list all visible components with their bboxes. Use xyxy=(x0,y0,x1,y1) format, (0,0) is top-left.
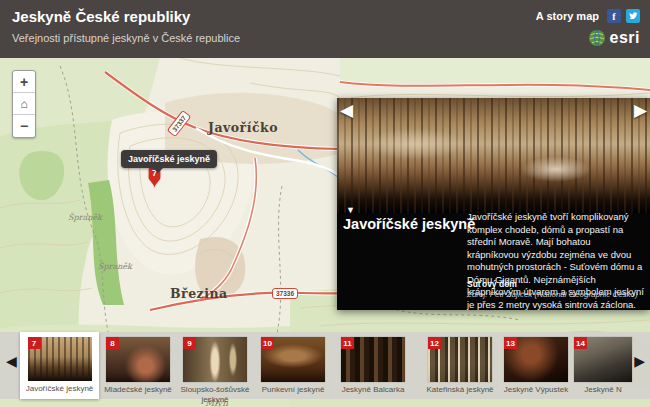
thumbnail-caption: Kateřinská jeskyně xyxy=(417,385,503,395)
thumbnail-number-badge: 9 xyxy=(183,337,196,349)
thumbnail-number-badge: 8 xyxy=(106,337,119,349)
share-row: A story map f xyxy=(536,9,640,23)
thumbnail-photo: 12 xyxy=(428,337,492,382)
thumbnail-number-badge: 7 xyxy=(28,337,41,349)
home-button[interactable]: ⌂ xyxy=(13,93,35,115)
carousel-item-katerinska[interactable]: 12 Kateřinská jeskyně xyxy=(428,337,492,395)
thumbnail-caption: Jeskyně Výpustek xyxy=(493,385,579,395)
thumbnail-photo: 9 xyxy=(183,337,247,382)
map-label-spranek-1: Špraněk xyxy=(68,213,102,222)
thumbnail-caption: Sloupsko-šošůvské jeskyně xyxy=(172,385,258,405)
facebook-icon[interactable]: f xyxy=(607,9,621,23)
thumbnail-number-badge: 14 xyxy=(574,337,587,349)
popup-title: Javoříčské jeskyně xyxy=(343,216,475,232)
twitter-icon[interactable] xyxy=(626,9,640,23)
thumbnail-caption: Punkevní jeskyně xyxy=(250,385,336,395)
cave-photo: ◀ ▶ ▼ xyxy=(337,98,650,213)
carousel-next-icon[interactable]: ▶ xyxy=(634,353,645,369)
esri-wordmark: esri xyxy=(610,29,640,47)
thumbnail-photo: 11 xyxy=(341,337,405,382)
photo-caption: Suťový dóm xyxy=(467,279,517,289)
road-shield-37336: 37336 xyxy=(272,288,298,299)
carousel-item-vypustek[interactable]: 13 Jeskyně Výpustek xyxy=(504,337,568,395)
carousel-item-punkevni[interactable]: 10 Punkevní jeskyně xyxy=(261,337,325,395)
carousel-prev-icon[interactable]: ◀ xyxy=(6,353,17,369)
thumbnail-number-badge: 12 xyxy=(428,337,441,349)
esri-logo[interactable]: esri xyxy=(588,29,640,47)
carousel-item-14[interactable]: 14 Jeskyně N xyxy=(574,337,632,395)
thumbnail-photo: 7 xyxy=(28,337,92,381)
thumbnail-caption: Mladečské jeskyně xyxy=(95,385,181,395)
map-label-javoricko: Javoříčko xyxy=(208,120,278,135)
thumbnail-photo: 10 xyxy=(261,337,325,382)
page-subtitle: Veřejnosti přístupné jeskyně v České rep… xyxy=(12,32,240,44)
cave-detail-popup: ◀ ▶ ▼ Javoříčské jeskyně Javoříčské jesk… xyxy=(337,98,650,310)
photo-next-icon[interactable]: ▶ xyxy=(634,100,647,121)
thumbnail-photo: 14 xyxy=(574,337,632,382)
story-map-label: A story map xyxy=(536,10,599,22)
zoom-in-button[interactable]: + xyxy=(13,71,35,93)
esri-globe-icon xyxy=(588,29,606,47)
marker-tooltip: Javoříčské jeskyně xyxy=(121,150,217,168)
thumbnail-number-badge: 10 xyxy=(261,337,274,349)
carousel-item-javoricske-selected[interactable]: 7 Javoříčské jeskyně xyxy=(20,332,99,399)
twitter-bird-icon xyxy=(628,11,638,21)
photo-prev-icon[interactable]: ◀ xyxy=(340,100,353,121)
map-zoom-control: + ⌂ − xyxy=(12,70,36,138)
thumbnail-caption: Javoříčské jeskyně xyxy=(20,384,99,393)
popup-collapse-icon[interactable]: ▼ xyxy=(346,205,355,215)
carousel-item-mladecske[interactable]: 8 Mladečské jeskyně xyxy=(106,337,170,395)
thumbnail-caption: Jeskyně Balcarka xyxy=(330,385,416,395)
thumbnail-photo: 8 xyxy=(106,337,170,382)
thumbnail-number-badge: 13 xyxy=(504,337,517,349)
app-header: Jeskyně České republiky Veřejnosti příst… xyxy=(0,0,650,58)
map-label-spranek-2: Špraněk xyxy=(98,262,132,271)
carousel-item-balcarka[interactable]: 11 Jeskyně Balcarka xyxy=(341,337,405,395)
story-map-app: Javoříčko Březina Špraněk Špraněk Mlýn 3… xyxy=(0,0,650,407)
photo-source: Zdroj: Petr Zajíček (National Geographic… xyxy=(467,290,638,299)
zoom-out-button[interactable]: − xyxy=(13,115,35,137)
thumbnail-photo: 13 xyxy=(504,337,568,382)
page-title: Jeskyně České republiky xyxy=(12,8,190,25)
thumbnail-caption: Jeskyně N xyxy=(574,385,632,395)
carousel-item-sloupsko[interactable]: 9 Sloupsko-šošůvské jeskyně xyxy=(183,337,247,405)
map-label-brezina: Březina xyxy=(170,286,228,301)
thumbnail-number-badge: 11 xyxy=(341,337,354,349)
